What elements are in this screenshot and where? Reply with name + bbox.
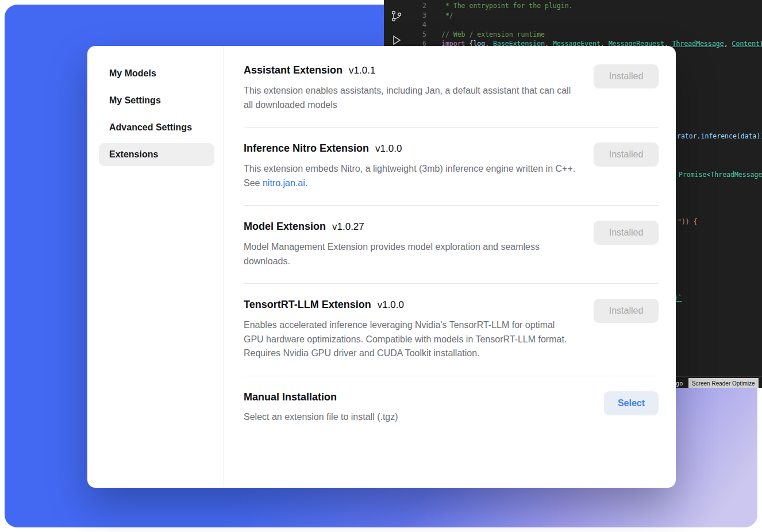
run-debug-icon[interactable]: [390, 33, 403, 47]
extension-info: Model Extensionv1.0.27 Model Management …: [244, 221, 577, 268]
divider: [244, 205, 659, 206]
extension-title: Assistant Extensionv1.0.1: [244, 64, 577, 76]
extension-info: Manual Installation Select an extension …: [244, 391, 398, 425]
extension-title: Inference Nitro Extensionv1.0.0: [244, 142, 577, 155]
extensions-panel: Assistant Extensionv1.0.1 This extension…: [224, 46, 676, 488]
settings-sidebar: My Models My Settings Advanced Settings …: [87, 46, 224, 488]
sidebar-item-my-models[interactable]: My Models: [99, 62, 214, 85]
extension-version: v1.0.0: [378, 299, 404, 310]
extension-row-nitro: Inference Nitro Extensionv1.0.0 This ext…: [244, 137, 659, 190]
divider: [244, 127, 659, 128]
source-control-icon[interactable]: [390, 9, 403, 23]
installed-button[interactable]: Installed: [594, 299, 659, 323]
extension-info: TensortRT-LLM Extensionv1.0.0 Enables ac…: [244, 299, 577, 361]
select-file-button[interactable]: Select: [604, 391, 659, 415]
extension-name: Assistant Extension: [244, 64, 342, 76]
extension-row-tensorrt: TensortRT-LLM Extensionv1.0.0 Enables ac…: [244, 293, 659, 361]
nitro-link[interactable]: nitro.jan.ai.: [263, 178, 307, 188]
installed-button[interactable]: Installed: [594, 221, 659, 245]
extension-description: This extension embeds Nitro, a lightweig…: [244, 162, 577, 190]
screen-reader-notice[interactable]: Screen Reader Optimize: [688, 378, 759, 388]
manual-installation-description: Select an extension file to install (.tg…: [244, 410, 398, 425]
installed-button[interactable]: Installed: [594, 64, 659, 88]
extension-title: TensortRT-LLM Extensionv1.0.0: [244, 299, 577, 311]
extension-name: Inference Nitro Extension: [244, 142, 369, 154]
extension-description: Model Management Extension provides mode…: [244, 240, 577, 268]
sidebar-item-my-settings[interactable]: My Settings: [99, 89, 214, 112]
installed-button[interactable]: Installed: [594, 142, 659, 167]
extension-name: Model Extension: [244, 221, 326, 232]
extension-description: Enables accelerated inference leveraging…: [244, 318, 577, 361]
divider: [244, 283, 659, 284]
extension-row-assistant: Assistant Extensionv1.0.1 This extension…: [244, 59, 659, 112]
sidebar-item-extensions[interactable]: Extensions: [99, 143, 214, 166]
settings-modal: My Models My Settings Advanced Settings …: [87, 46, 676, 488]
editor-lines: 2 * The entrypoint for the plugin.3 */45…: [409, 1, 762, 49]
extension-name: Manual Installation: [244, 391, 337, 403]
extension-row-model: Model Extensionv1.0.27 Model Management …: [244, 215, 659, 268]
extension-name: TensortRT-LLM Extension: [244, 299, 371, 310]
divider: [244, 376, 659, 376]
manual-installation-row: Manual Installation Select an extension …: [244, 385, 659, 425]
code-fragment: rator.inference(data));: [677, 132, 762, 141]
extension-version: v1.0.27: [332, 221, 364, 232]
extension-version: v1.0.0: [375, 143, 402, 154]
extension-info: Inference Nitro Extensionv1.0.0 This ext…: [244, 142, 577, 190]
extension-title: Model Extensionv1.0.27: [244, 221, 577, 233]
extension-description: This extension enables assistants, inclu…: [244, 84, 577, 112]
status-text: go: [676, 379, 683, 388]
manual-installation-title: Manual Installation: [244, 391, 398, 403]
sidebar-item-advanced-settings[interactable]: Advanced Settings: [99, 116, 214, 139]
extension-version: v1.0.1: [349, 65, 375, 76]
extension-info: Assistant Extensionv1.0.1 This extension…: [244, 64, 577, 112]
code-fragment: ")) {: [678, 217, 698, 227]
screen: 2 * The entrypoint for the plugin.3 */45…: [0, 0, 762, 532]
code-fragment: Promise<ThreadMessage>: [679, 170, 762, 180]
